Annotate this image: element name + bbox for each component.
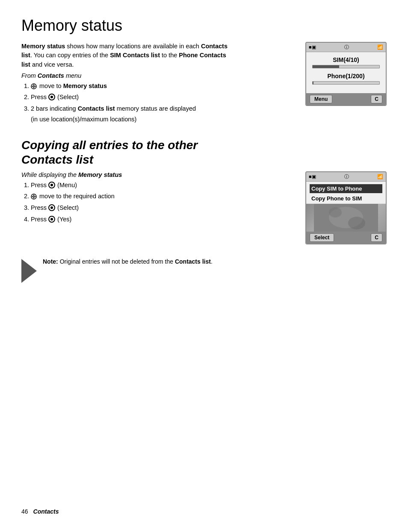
sim-progress-fill	[313, 65, 339, 68]
page-footer: 46 Contacts	[21, 508, 59, 515]
note-text: Note: Original entries will not be delet…	[43, 257, 213, 266]
svg-marker-7	[33, 194, 35, 196]
status-icon-mid-2: ⓘ	[344, 173, 349, 180]
steps-list-1: move to Memory status Press (Select) 2 b…	[21, 81, 293, 125]
phone2-image-area	[306, 204, 386, 232]
step-2-4: Press (Yes)	[31, 214, 293, 225]
step-1-3-note: (in use location(s)/maximum locations)	[31, 116, 136, 123]
joystick-icon-2	[31, 193, 39, 200]
step-2-1: Press (Menu)	[31, 180, 293, 191]
select-icon-4	[48, 216, 55, 223]
page-title: Memory status	[21, 17, 387, 34]
svg-marker-2	[33, 87, 35, 88]
intro-bold3: SIM Contacts list	[110, 52, 160, 59]
steps-list-2: Press (Menu) move to the required action…	[21, 180, 293, 225]
phone-label: Phone(1/200)	[312, 73, 380, 79]
phone-footer-2: Select C	[306, 232, 386, 244]
svg-marker-1	[33, 84, 35, 85]
phone2-menu-item-1: Copy SIM to Phone	[310, 184, 382, 193]
step-2-2: move to the required action	[31, 191, 293, 202]
step-1-3: 2 bars indicating Contacts list memory s…	[31, 103, 293, 124]
status-icon-mid: ⓘ	[344, 44, 349, 50]
section-left-top: Memory status shows how many locations a…	[21, 42, 293, 126]
svg-marker-8	[33, 197, 35, 199]
step-2-3: Press (Select)	[31, 203, 293, 213]
status-icon-sim-2: ■▣	[309, 174, 316, 179]
status-icon-sim: ■▣	[309, 44, 316, 50]
phone-progress-fill	[313, 82, 313, 84]
phone-status-bar-2: ■▣ ⓘ 📶	[306, 172, 386, 182]
svg-marker-3	[32, 85, 33, 87]
svg-rect-16	[314, 204, 378, 232]
svg-marker-4	[35, 85, 36, 87]
phone-select-btn: Select	[310, 233, 334, 242]
joystick-icon-1	[31, 82, 39, 89]
intro-bold1: Memory status	[21, 43, 65, 50]
phone-status-bar-1: ■▣ ⓘ 📶	[306, 43, 386, 52]
note-contacts-bold: Contacts list	[175, 258, 211, 265]
note-arrow-icon	[21, 259, 37, 283]
phone-mockup-1: ■▣ ⓘ 📶 SIM(4/10) Phone(1/200) Menu C	[305, 42, 387, 106]
svg-marker-10	[35, 196, 36, 197]
phone-footer-1: Menu C	[306, 93, 386, 105]
step-1-1-bold: Memory status	[63, 82, 107, 89]
section-label: Contacts	[33, 508, 59, 515]
svg-point-11	[33, 196, 35, 197]
status-icon-signal: 📶	[377, 44, 383, 50]
phone-body-1: SIM(4/10) Phone(1/200)	[306, 52, 386, 93]
sim-progress-container	[312, 65, 380, 68]
phone-menu-btn: Menu	[310, 95, 332, 103]
copy-section-title: Copying all entries to the other Contact…	[21, 138, 231, 167]
phone-mockup-2: ■▣ ⓘ 📶 Copy SIM to Phone Copy Phone to S…	[305, 171, 387, 244]
from-contacts-label: From Contacts menu	[21, 72, 293, 79]
while-label: While displaying the Memory status	[21, 171, 293, 178]
note-bold: Note:	[43, 258, 58, 265]
phone2-menu-item-2: Copy Phone to SIM	[310, 194, 382, 203]
phone-c-btn: C	[371, 95, 382, 103]
phone2-menu-area: Copy SIM to Phone Copy Phone to SIM	[306, 182, 386, 203]
sim-label: SIM(4/10)	[312, 56, 380, 63]
phone2-image-placeholder	[306, 204, 386, 232]
svg-point-5	[33, 86, 35, 87]
step-1-1: move to Memory status	[31, 81, 293, 91]
select-icon-1	[48, 94, 55, 100]
page-number: 46	[21, 508, 28, 515]
step-1-3-bold: Contacts list	[78, 105, 115, 112]
note-section: Note: Original entries will not be delet…	[21, 257, 387, 283]
svg-marker-9	[32, 196, 33, 197]
status-icon-signal-2: 📶	[377, 174, 383, 179]
intro-paragraph: Memory status shows how many locations a…	[21, 42, 231, 70]
step-1-2: Press (Select)	[31, 92, 293, 103]
phone-progress-container	[312, 81, 380, 85]
phone-c-btn-2: C	[371, 233, 382, 242]
select-icon-2	[48, 182, 55, 188]
phone2-image-svg	[314, 204, 378, 232]
select-icon-3	[48, 204, 55, 211]
section-left-bottom: While displaying the Memory status Press…	[21, 171, 293, 226]
